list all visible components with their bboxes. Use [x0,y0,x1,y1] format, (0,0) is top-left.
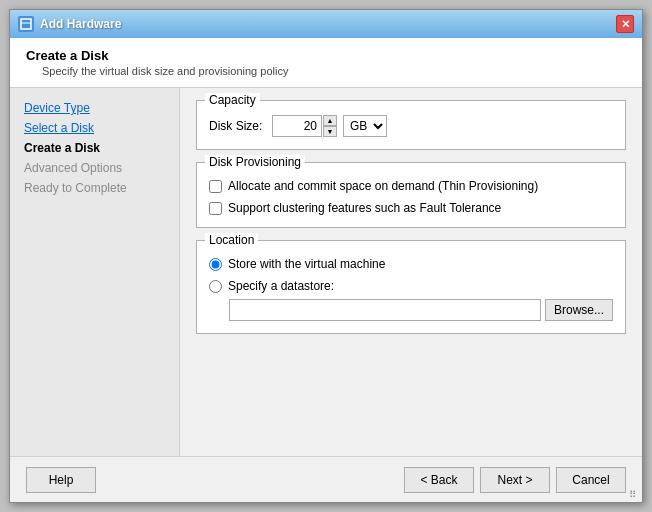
window-icon [18,16,34,32]
add-hardware-window: Add Hardware ✕ Create a Disk Specify the… [9,9,643,503]
help-button[interactable]: Help [26,467,96,493]
spinner-up-button[interactable]: ▲ [323,115,337,126]
clustering-checkbox[interactable] [209,202,222,215]
sidebar-item-create-disk: Create a Disk [18,138,171,158]
disk-provisioning-legend: Disk Provisioning [205,155,305,169]
back-button[interactable]: < Back [404,467,474,493]
sidebar-item-device-type[interactable]: Device Type [18,98,171,118]
specify-datastore-label: Specify a datastore: [228,279,334,293]
footer: Help < Back Next > Cancel [10,456,642,502]
capacity-group: Capacity Disk Size: ▲ ▼ KB MB GB TB [196,100,626,150]
content-area: Device Type Select a Disk Create a Disk … [10,88,642,456]
title-bar: Add Hardware ✕ [10,10,642,38]
clustering-label: Support clustering features such as Faul… [228,201,501,215]
spinner-buttons: ▲ ▼ [323,115,337,137]
window-title: Add Hardware [40,17,616,31]
footer-left: Help [26,467,404,493]
capacity-legend: Capacity [205,93,260,107]
svg-rect-0 [21,19,31,29]
sidebar-item-advanced-options: Advanced Options [18,158,171,178]
clustering-row: Support clustering features such as Faul… [209,201,613,215]
disk-size-label: Disk Size: [209,119,264,133]
datastore-input[interactable] [229,299,541,321]
resize-handle[interactable]: ⠿ [629,489,641,501]
next-button[interactable]: Next > [480,467,550,493]
browse-button[interactable]: Browse... [545,299,613,321]
thin-provisioning-row: Allocate and commit space on demand (Thi… [209,179,613,193]
page-title: Create a Disk [26,48,626,63]
store-with-vm-row: Store with the virtual machine [209,257,613,271]
location-group: Location Store with the virtual machine … [196,240,626,334]
page-header: Create a Disk Specify the virtual disk s… [10,38,642,88]
sidebar-item-select-disk[interactable]: Select a Disk [18,118,171,138]
location-legend: Location [205,233,258,247]
main-content: Capacity Disk Size: ▲ ▼ KB MB GB TB [180,88,642,456]
page-subtitle: Specify the virtual disk size and provis… [26,65,626,77]
specify-datastore-radio[interactable] [209,280,222,293]
footer-right: < Back Next > Cancel [404,467,626,493]
specify-datastore-row: Specify a datastore: [209,279,613,293]
disk-provisioning-group: Disk Provisioning Allocate and commit sp… [196,162,626,228]
store-with-vm-radio[interactable] [209,258,222,271]
unit-select[interactable]: KB MB GB TB [343,115,387,137]
thin-provisioning-checkbox[interactable] [209,180,222,193]
thin-provisioning-label: Allocate and commit space on demand (Thi… [228,179,538,193]
datastore-input-row: Browse... [209,299,613,321]
close-button[interactable]: ✕ [616,15,634,33]
sidebar-item-ready-to-complete: Ready to Complete [18,178,171,198]
store-with-vm-label: Store with the virtual machine [228,257,385,271]
spinner-down-button[interactable]: ▼ [323,126,337,137]
disk-size-input[interactable] [272,115,322,137]
sidebar: Device Type Select a Disk Create a Disk … [10,88,180,456]
capacity-row: Disk Size: ▲ ▼ KB MB GB TB [209,115,613,137]
cancel-button[interactable]: Cancel [556,467,626,493]
